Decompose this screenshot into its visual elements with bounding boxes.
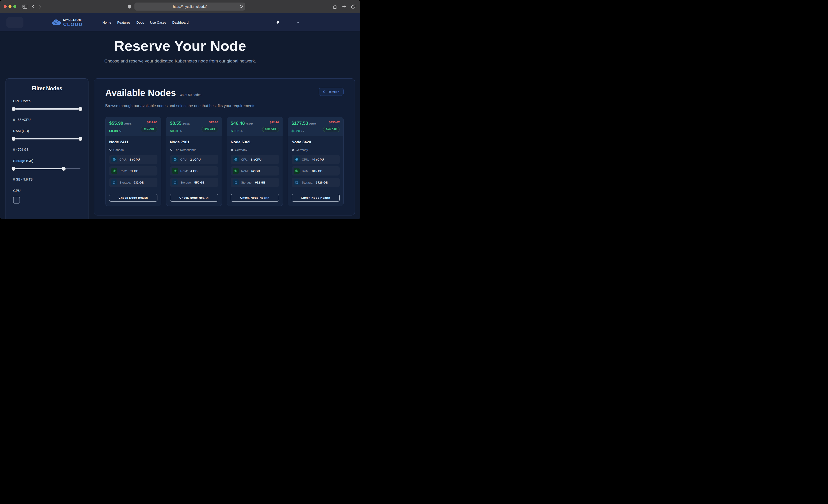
filter-range-text: 0 - 709 GB <box>13 148 81 152</box>
logo-text: MYCΞLIUM CLOUD <box>63 18 83 27</box>
original-price: $111.80 <box>147 121 157 124</box>
per-hour-unit: /hr <box>301 130 304 132</box>
nav-link[interactable]: Features <box>117 21 130 24</box>
filter-label: CPU Cores <box>13 99 81 103</box>
cpu-chip-icon <box>233 157 239 162</box>
node-name: Node 2411 <box>109 140 157 144</box>
monthly-price-line: $46.48/month <box>231 121 253 126</box>
cpu-spec-row: CPU: 40 vCPU <box>292 155 340 164</box>
filter-sections: CPU Cores 0 - 88 vCPU RAM (GB) <box>13 99 81 204</box>
card-body: Node 6365 Germany <box>227 136 283 206</box>
check-node-health-button[interactable]: Check Node Health <box>109 194 157 202</box>
monthly-price: $177.53 <box>292 121 308 126</box>
storage-label: Storage: <box>180 181 192 184</box>
ram-value: 4 GB <box>191 169 197 173</box>
check-node-health-button[interactable]: Check Node Health <box>170 194 218 202</box>
map-pin-icon <box>109 149 112 152</box>
gpu-checkbox[interactable] <box>13 197 20 204</box>
slider-handle-max[interactable] <box>79 107 83 111</box>
hourly-price-line: $0.08/hr <box>109 129 131 133</box>
storage-label: Storage: <box>302 181 313 184</box>
new-tab-icon[interactable] <box>341 3 347 10</box>
slider-handle-min[interactable] <box>12 167 16 171</box>
range-slider[interactable] <box>13 137 80 141</box>
window-controls <box>4 5 16 8</box>
nav-link[interactable]: Home <box>102 21 112 24</box>
ram-spec-row: RAM: 31 GB <box>109 166 157 175</box>
url-bar[interactable]: https://myceliumcloud.tf <box>134 3 245 10</box>
slider-handle-min[interactable] <box>12 137 16 141</box>
memory-module-icon <box>294 168 300 174</box>
per-hour-unit: /hr <box>119 130 122 132</box>
filter-label: GPU <box>13 188 81 193</box>
filter-title: Filter Nodes <box>13 85 81 92</box>
refresh-button[interactable]: Refresh <box>319 88 343 96</box>
range-slider[interactable] <box>13 167 80 171</box>
cpu-label: CPU: <box>241 158 248 161</box>
node-location: Germany <box>231 148 279 152</box>
monthly-price-line: $55.90/month <box>109 121 131 126</box>
chevron-down-icon[interactable] <box>297 22 300 24</box>
hourly-price: $0.25 <box>292 129 300 133</box>
zoom-button[interactable] <box>13 5 16 8</box>
spec-list: CPU: 8 vCPU RAM: 31 GB <box>109 155 157 187</box>
available-nodes-panel: Available Nodes 48 of 50 nodes Refresh B… <box>94 78 355 215</box>
nav-link[interactable]: Docs <box>136 21 144 24</box>
slider-handle-max[interactable] <box>62 167 66 171</box>
monthly-price-line: $8.55/month <box>170 121 190 126</box>
node-card: $8.55/month $0.01/hr $17.10 50% OFF <box>166 117 222 206</box>
ram-spec-row: RAM: 4 GB <box>170 166 218 175</box>
content-area: Filter Nodes CPU Cores 0 - 88 vCPU <box>0 78 360 219</box>
check-node-health-button[interactable]: Check Node Health <box>231 194 279 202</box>
pricing-right: $17.10 50% OFF <box>202 121 218 133</box>
per-hour-unit: /hr <box>180 130 182 132</box>
cpu-label: CPU: <box>120 158 127 161</box>
nav-link[interactable]: Dashboard <box>172 21 189 24</box>
filter-range-text: 0 GB - 9.8 TB <box>13 177 81 181</box>
reload-icon[interactable] <box>240 5 243 8</box>
share-icon[interactable] <box>331 3 338 10</box>
bell-icon[interactable] <box>276 20 280 25</box>
storage-value: 932 GB <box>133 181 144 184</box>
browser-window: https://myceliumcloud.tf <box>0 0 360 219</box>
back-icon[interactable] <box>30 3 37 10</box>
hourly-price-line: $0.06/hr <box>231 129 253 133</box>
shield-icon[interactable] <box>128 4 131 9</box>
range-slider[interactable] <box>13 107 80 111</box>
slider-fill <box>13 168 64 169</box>
check-node-health-button[interactable]: Check Node Health <box>292 194 340 202</box>
cpu-chip-icon <box>172 157 178 162</box>
refresh-icon <box>323 90 326 93</box>
node-card: $46.48/month $0.06/hr $92.96 50% OFF <box>227 117 283 206</box>
filter-label: RAM (GB) <box>13 129 81 133</box>
ram-spec-row: RAM: 62 GB <box>231 166 279 175</box>
hourly-price: $0.06 <box>231 129 240 133</box>
pricing-left: $8.55/month $0.01/hr <box>170 121 190 133</box>
cpu-spec-row: CPU: 8 vCPU <box>231 155 279 164</box>
slider-handle-min[interactable] <box>12 107 16 111</box>
ram-value: 62 GB <box>251 169 260 173</box>
forward-icon[interactable] <box>37 3 43 10</box>
sidebar-toggle-icon[interactable] <box>22 3 28 10</box>
location-text: Germany <box>235 148 247 152</box>
logo-line1: MYCΞLIUM <box>63 18 83 22</box>
nav-link[interactable]: Use Cases <box>150 21 166 24</box>
pricing-left: $177.53/month $0.25/hr <box>292 121 317 133</box>
original-price: $92.96 <box>270 121 279 124</box>
minimize-button[interactable] <box>8 5 11 8</box>
nodes-title: Available Nodes <box>105 88 176 98</box>
chrome-right-icons <box>331 3 357 10</box>
hourly-price-line: $0.25/hr <box>292 129 317 133</box>
map-pin-icon <box>292 149 294 152</box>
storage-label: Storage: <box>120 181 131 184</box>
spec-list: CPU: 40 vCPU RAM: 315 GB <box>292 155 340 187</box>
slider-handle-max[interactable] <box>79 137 83 141</box>
ram-label: RAM: <box>241 169 249 173</box>
discount-badge: 50% OFF <box>262 127 279 132</box>
card-pricing: $177.53/month $0.25/hr $355.07 50% OFF <box>288 117 343 136</box>
tab-overview-icon[interactable] <box>350 3 357 10</box>
nav-links: Home Features Docs Use Cases Dashboard <box>102 21 189 24</box>
close-button[interactable] <box>4 5 7 8</box>
logo[interactable]: MYCΞLIUM CLOUD <box>51 18 83 27</box>
card-body: Node 7901 The Netherlands <box>166 136 222 206</box>
